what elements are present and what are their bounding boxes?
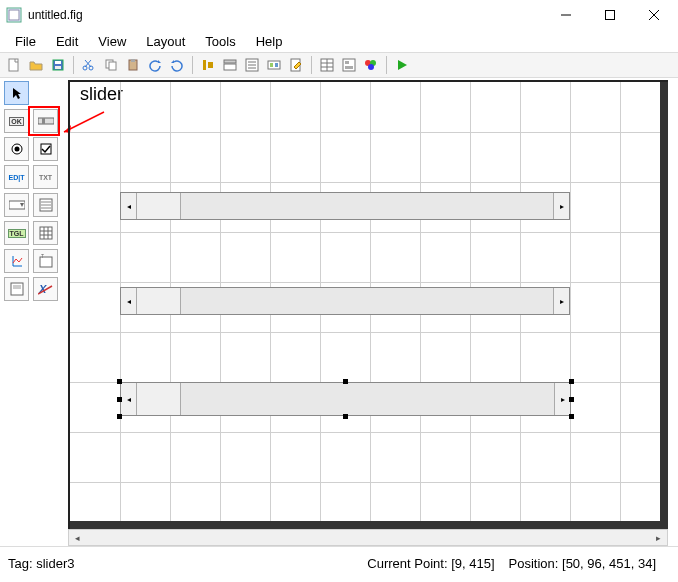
open-icon[interactable] xyxy=(26,55,46,75)
status-position: Position: [50, 96, 451, 34] xyxy=(509,556,656,571)
tool-buttongroup[interactable] xyxy=(4,277,29,301)
slider-3[interactable]: ◂ ▸ xyxy=(120,382,571,416)
menu-edit[interactable]: Edit xyxy=(47,32,87,51)
slider-left-arrow-icon[interactable]: ◂ xyxy=(121,383,137,415)
svg-rect-24 xyxy=(270,63,273,67)
svg-rect-3 xyxy=(606,11,615,20)
save-icon[interactable] xyxy=(48,55,68,75)
slider-thumb[interactable] xyxy=(137,288,181,314)
tool-select[interactable] xyxy=(4,81,29,105)
svg-rect-1 xyxy=(9,10,19,20)
toolbar-separator xyxy=(311,56,312,74)
tool-activex[interactable]: X xyxy=(33,277,58,301)
svg-rect-17 xyxy=(131,59,135,62)
slider-track[interactable] xyxy=(181,193,553,219)
menu-tools[interactable]: Tools xyxy=(196,32,244,51)
window-title: untitled.fig xyxy=(28,8,544,22)
tool-table[interactable] xyxy=(33,221,58,245)
scrollbar-track[interactable] xyxy=(86,530,650,545)
slider-thumb[interactable] xyxy=(137,383,181,415)
svg-rect-8 xyxy=(55,61,61,64)
status-current-point-value: [9, 415] xyxy=(451,556,494,571)
design-canvas[interactable]: ◂ ▸ ◂ ▸ ◂ ▸ xyxy=(68,80,668,529)
svg-rect-19 xyxy=(208,62,213,68)
tool-toggle[interactable]: TGL xyxy=(4,221,29,245)
toolbar-separator xyxy=(386,56,387,74)
horizontal-scrollbar[interactable]: ◂ ▸ xyxy=(68,529,668,546)
tool-radio[interactable] xyxy=(4,137,29,161)
tab-order-icon[interactable] xyxy=(242,55,262,75)
slider-1[interactable]: ◂ ▸ xyxy=(120,192,570,220)
svg-rect-33 xyxy=(345,66,353,69)
scrollbar-right-arrow-icon[interactable]: ▸ xyxy=(650,530,667,545)
title-bar: untitled.fig xyxy=(0,0,678,30)
svg-rect-15 xyxy=(109,62,116,70)
status-position-value: [50, 96, 451, 34] xyxy=(562,556,656,571)
canvas-bottom-edge xyxy=(70,521,668,529)
svg-rect-25 xyxy=(275,63,278,67)
align-icon[interactable] xyxy=(198,55,218,75)
tool-popup[interactable] xyxy=(4,193,29,217)
svg-rect-18 xyxy=(203,60,206,70)
slider-thumb[interactable] xyxy=(137,193,181,219)
minimize-button[interactable] xyxy=(544,1,588,29)
object-browser-icon[interactable] xyxy=(339,55,359,75)
tool-checkbox[interactable] xyxy=(33,137,58,161)
property-inspector-icon[interactable] xyxy=(317,55,337,75)
maximize-button[interactable] xyxy=(588,1,632,29)
slider-left-arrow-icon[interactable]: ◂ xyxy=(121,193,137,219)
cut-icon[interactable] xyxy=(79,55,99,75)
svg-rect-38 xyxy=(42,118,45,124)
menu-view[interactable]: View xyxy=(89,32,135,51)
svg-rect-57 xyxy=(13,285,21,289)
tool-text[interactable]: TXT xyxy=(33,165,58,189)
tool-listbox[interactable] xyxy=(33,193,58,217)
menu-layout[interactable]: Layout xyxy=(137,32,194,51)
status-tag-value: slider3 xyxy=(36,556,74,571)
status-bar: Tag: slider3 Current Point: [9, 415] Pos… xyxy=(0,546,678,580)
slider-track[interactable] xyxy=(181,288,553,314)
svg-rect-32 xyxy=(345,61,349,64)
toolbar-separator xyxy=(192,56,193,74)
editor-icon[interactable] xyxy=(286,55,306,75)
slider-right-arrow-icon[interactable]: ▸ xyxy=(554,383,570,415)
slider-right-arrow-icon[interactable]: ▸ xyxy=(553,288,569,314)
menu-editor-icon[interactable] xyxy=(220,55,240,75)
status-tag-label: Tag: xyxy=(8,556,36,571)
svg-point-40 xyxy=(14,147,19,152)
toolbar-editor-icon[interactable] xyxy=(264,55,284,75)
undo-icon[interactable] xyxy=(145,55,165,75)
redo-icon[interactable] xyxy=(167,55,187,75)
svg-point-36 xyxy=(368,64,374,70)
main-area: OK ED|T TXT TGL T X slider ◂ ▸ xyxy=(0,78,678,546)
tool-slider[interactable] xyxy=(33,109,58,133)
new-icon[interactable] xyxy=(4,55,24,75)
slider-left-arrow-icon[interactable]: ◂ xyxy=(121,288,137,314)
menu-file[interactable]: File xyxy=(6,32,45,51)
color-icon[interactable] xyxy=(361,55,381,75)
slider-track[interactable] xyxy=(181,383,554,415)
status-current-point-label: Current Point: xyxy=(367,556,451,571)
scrollbar-left-arrow-icon[interactable]: ◂ xyxy=(69,530,86,545)
tool-edit[interactable]: ED|T xyxy=(4,165,29,189)
close-button[interactable] xyxy=(632,1,676,29)
menu-help[interactable]: Help xyxy=(247,32,292,51)
slider-2[interactable]: ◂ ▸ xyxy=(120,287,570,315)
status-tag: Tag: slider3 xyxy=(8,556,74,571)
run-icon[interactable] xyxy=(392,55,412,75)
tool-axes[interactable] xyxy=(4,249,29,273)
canvas-right-edge xyxy=(660,82,668,529)
tool-panel[interactable]: T xyxy=(33,249,58,273)
status-current-point: Current Point: [9, 415] xyxy=(367,556,494,571)
copy-icon[interactable] xyxy=(101,55,121,75)
toolbar-separator xyxy=(73,56,74,74)
svg-rect-31 xyxy=(343,59,355,71)
slider-right-arrow-icon[interactable]: ▸ xyxy=(553,193,569,219)
svg-rect-21 xyxy=(224,64,236,70)
svg-rect-20 xyxy=(224,60,236,63)
svg-rect-37 xyxy=(38,118,54,124)
tool-pushbutton[interactable]: OK xyxy=(4,109,29,133)
status-position-label: Position: xyxy=(509,556,562,571)
svg-rect-6 xyxy=(9,59,18,71)
paste-icon[interactable] xyxy=(123,55,143,75)
